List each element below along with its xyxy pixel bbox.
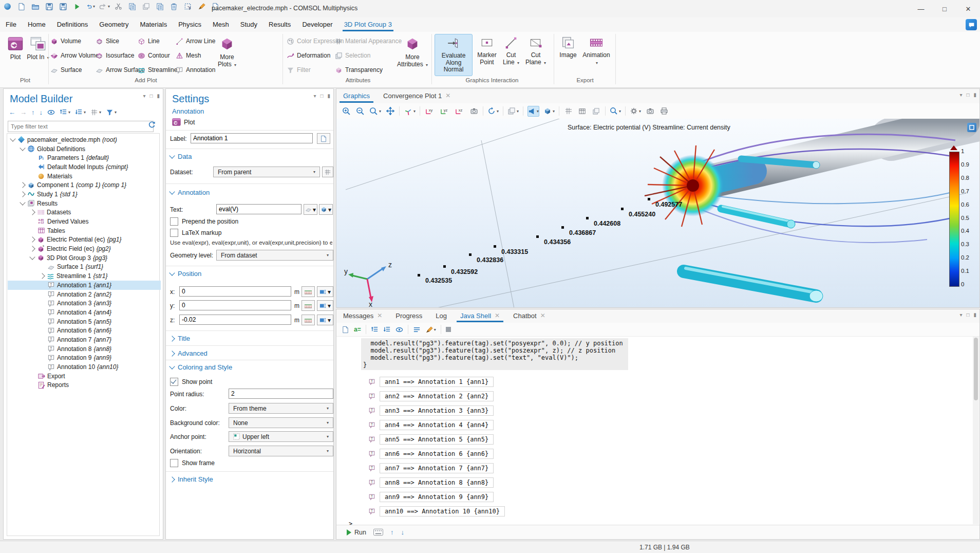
menu-mesh[interactable]: Mesh <box>207 17 235 31</box>
table-view-icon[interactable] <box>577 106 587 116</box>
history-down-icon[interactable]: ↓ <box>401 528 404 536</box>
panel-pin-icon[interactable]: ▮ <box>973 92 976 98</box>
tree-item-streamline-1[interactable]: Streamline 1{str1} <box>8 271 161 281</box>
context-help-icon[interactable] <box>967 123 976 132</box>
tree-item-materials[interactable]: Materials <box>8 172 161 181</box>
add-plot-surface-button[interactable]: Surface <box>50 65 82 75</box>
panel-pin-icon[interactable]: ▮ <box>973 312 976 318</box>
panel-pin-icon[interactable]: ▮ <box>157 93 160 99</box>
save-icon[interactable] <box>45 2 53 11</box>
panel-float-icon[interactable]: □ <box>966 92 969 98</box>
minimize-icon[interactable]: — <box>909 0 933 17</box>
sketch-icon[interactable] <box>197 2 206 11</box>
tree-item-parameters-1[interactable]: PiParameters 1{default} <box>8 153 161 162</box>
section-annotation[interactable]: Annotation <box>170 189 210 196</box>
shell-result-row[interactable]: Tann8 ==> Annotation 8 {ann8} <box>368 477 494 488</box>
tree-item-electric-field-ec-[interactable]: *Electric Field (ec){pg2} <box>8 244 161 253</box>
more-attributes-button[interactable]: More Attributes ▾ <box>397 34 428 76</box>
java-shell-output[interactable]: model.result("pg3").feature(tag).set("po… <box>336 336 972 525</box>
range-icon[interactable] <box>301 300 315 311</box>
tree-item-annotation-9[interactable]: TAnnotation 9{ann9} <box>8 354 161 363</box>
show-icon[interactable] <box>47 108 55 116</box>
tree-filter-input[interactable] <box>8 121 154 132</box>
menu-definitions[interactable]: Definitions <box>51 17 94 31</box>
x-input[interactable] <box>179 286 291 297</box>
expand-chevron-icon[interactable] <box>39 273 45 279</box>
menu-file[interactable]: File <box>0 17 22 31</box>
shell-result-row[interactable]: Tann1 ==> Annotation 1 {ann1} <box>368 377 494 387</box>
marker-point-button[interactable]: Marker Point <box>476 34 498 76</box>
tree-item-datasets[interactable]: Datasets <box>8 208 161 217</box>
forward-icon[interactable]: → <box>20 108 27 116</box>
collapse-chevron-icon[interactable] <box>10 136 15 142</box>
section-inherit-style[interactable]: Inherit Style <box>170 475 213 483</box>
expand-chevron-icon[interactable] <box>29 210 35 215</box>
annotation-text-input[interactable] <box>216 204 301 214</box>
panel-menu-icon[interactable]: ▾ <box>959 92 962 98</box>
tree-item-global-definitions[interactable]: Global Definitions <box>8 144 161 154</box>
collapse-chevron-icon[interactable] <box>20 145 25 151</box>
tree-item-annotation-1[interactable]: TAnnotation 1{ann1} <box>8 281 161 290</box>
copy-icon[interactable] <box>128 2 137 11</box>
show-plot-icon[interactable] <box>317 133 330 144</box>
run-icon[interactable] <box>72 2 81 11</box>
menu-3d-plot-group-3[interactable]: 3D Plot Group 3 <box>338 17 398 31</box>
tree-item-annotation-3[interactable]: TAnnotation 3{ann3} <box>8 299 161 308</box>
close-tab-icon[interactable]: ✕ <box>540 309 545 322</box>
scroll-bottom-icon[interactable] <box>383 326 391 334</box>
autocomplete-icon[interactable]: a= <box>354 326 361 333</box>
settings-plot-button[interactable]: Plot <box>172 118 195 126</box>
menu-home[interactable]: Home <box>22 17 51 31</box>
add-plot-volume-button[interactable]: Volume <box>50 36 81 46</box>
shell-prompt[interactable]: > <box>349 520 352 525</box>
tree-item-annotation-2[interactable]: TAnnotation 2{ann2} <box>8 290 161 299</box>
move-icon[interactable] <box>156 2 164 11</box>
select-icon[interactable] <box>183 2 192 11</box>
panel-menu-icon[interactable]: ▾ <box>143 93 145 99</box>
scene-cube-icon[interactable]: ▾ <box>543 106 555 116</box>
tree-item-annotation-6[interactable]: TAnnotation 6{ann6} <box>8 326 161 335</box>
anchor-point-select[interactable]: Upper left▾ <box>229 431 333 442</box>
clip-icon[interactable] <box>591 106 601 116</box>
zoom-out-icon[interactable] <box>355 106 365 116</box>
default-view-icon[interactable]: ▾ <box>404 106 416 116</box>
shell-result-row[interactable]: Tann10 ==> Annotation 10 {ann10} <box>368 506 505 517</box>
new-icon[interactable] <box>17 2 26 11</box>
add-plot-contour-button[interactable]: Contour <box>138 50 170 61</box>
redo-icon[interactable]: ▾ <box>100 2 109 11</box>
collapse-chevron-icon[interactable] <box>29 254 35 260</box>
delete-icon[interactable] <box>169 2 178 11</box>
back-icon[interactable]: ← <box>9 108 15 116</box>
history-up-icon[interactable]: ↑ <box>390 528 394 536</box>
tree-item-electric-potential-ec-[interactable]: Electric Potential (ec){pg1} <box>8 235 161 245</box>
geometry-level-select[interactable]: From dataset▾ <box>216 250 333 261</box>
range-icon[interactable] <box>301 315 315 325</box>
graphics-tab-convergence-plot-1[interactable]: Convergence Plot 1✕ <box>376 89 457 103</box>
tree-filter-icon[interactable]: ▾ <box>106 108 117 116</box>
go-to-dataset-icon[interactable] <box>322 167 333 177</box>
graphics-canvas[interactable]: Surface: Electric potential (V) Streamli… <box>336 119 979 307</box>
section-data[interactable]: Data <box>170 153 192 160</box>
add-plot-slice-button[interactable]: Slice <box>96 36 119 46</box>
menu-study[interactable]: Study <box>235 17 263 31</box>
add-plot-annotation-button[interactable]: TAnnotation <box>176 65 215 75</box>
close-tab-icon[interactable]: ✕ <box>495 309 500 322</box>
section-position[interactable]: Position <box>170 270 201 278</box>
graphics-tab-graphics[interactable]: Graphics <box>336 89 376 103</box>
tree-item-reports[interactable]: Reports <box>8 381 161 390</box>
tree-item-component-1[interactable]: Component 1(comp 1) {comp 1} <box>8 180 161 190</box>
console-tab-chatbot[interactable]: Chatbot✕ <box>506 309 552 322</box>
close-icon[interactable]: ✕ <box>956 0 980 17</box>
clear-icon[interactable]: ▾ <box>425 326 436 334</box>
scene-settings-icon[interactable]: ▾ <box>630 106 641 116</box>
attribute-deformation-button[interactable]: Deformation <box>287 50 330 61</box>
more-plots-button[interactable]: More Plots ▾ <box>214 34 240 76</box>
tree-item-annotation-5[interactable]: TAnnotation 5{ann5} <box>8 317 161 326</box>
tree-item-annotation-4[interactable]: TAnnotation 4{ann4} <box>8 308 161 317</box>
stop-icon[interactable] <box>446 327 451 332</box>
zoom-in-icon[interactable] <box>342 106 351 116</box>
menu-results[interactable]: Results <box>263 17 296 31</box>
panel-menu-icon[interactable]: ▾ <box>313 93 316 99</box>
paste-icon[interactable] <box>142 2 150 11</box>
tree-item-3d-plot-group-3[interactable]: 3D Plot Group 3{pg3} <box>8 253 161 263</box>
